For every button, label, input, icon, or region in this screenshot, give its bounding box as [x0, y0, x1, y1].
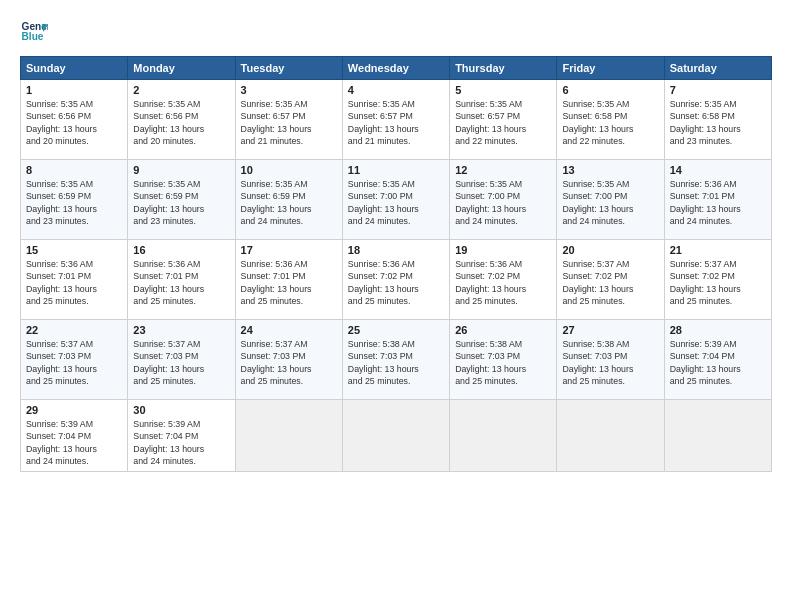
day-info: Sunrise: 5:35 AMSunset: 6:57 PMDaylight:…: [241, 98, 337, 147]
day-number: 26: [455, 324, 551, 336]
day-number: 16: [133, 244, 229, 256]
day-number: 28: [670, 324, 766, 336]
day-number: 13: [562, 164, 658, 176]
calendar-week-1: 1Sunrise: 5:35 AMSunset: 6:56 PMDaylight…: [21, 80, 772, 160]
day-info: Sunrise: 5:36 AMSunset: 7:02 PMDaylight:…: [455, 258, 551, 307]
calendar-cell: 23Sunrise: 5:37 AMSunset: 7:03 PMDayligh…: [128, 320, 235, 400]
day-number: 25: [348, 324, 444, 336]
logo: General Blue: [20, 18, 48, 46]
calendar-cell: 8Sunrise: 5:35 AMSunset: 6:59 PMDaylight…: [21, 160, 128, 240]
day-info: Sunrise: 5:36 AMSunset: 7:01 PMDaylight:…: [26, 258, 122, 307]
day-number: 29: [26, 404, 122, 416]
day-header-saturday: Saturday: [664, 57, 771, 80]
day-number: 21: [670, 244, 766, 256]
day-number: 12: [455, 164, 551, 176]
calendar-week-3: 15Sunrise: 5:36 AMSunset: 7:01 PMDayligh…: [21, 240, 772, 320]
day-info: Sunrise: 5:39 AMSunset: 7:04 PMDaylight:…: [670, 338, 766, 387]
day-info: Sunrise: 5:37 AMSunset: 7:03 PMDaylight:…: [133, 338, 229, 387]
calendar-cell: 22Sunrise: 5:37 AMSunset: 7:03 PMDayligh…: [21, 320, 128, 400]
day-info: Sunrise: 5:35 AMSunset: 6:59 PMDaylight:…: [241, 178, 337, 227]
day-number: 10: [241, 164, 337, 176]
day-number: 17: [241, 244, 337, 256]
day-info: Sunrise: 5:37 AMSunset: 7:03 PMDaylight:…: [26, 338, 122, 387]
day-number: 18: [348, 244, 444, 256]
calendar-cell: [235, 400, 342, 472]
day-number: 22: [26, 324, 122, 336]
calendar-cell: 19Sunrise: 5:36 AMSunset: 7:02 PMDayligh…: [450, 240, 557, 320]
calendar-cell: 27Sunrise: 5:38 AMSunset: 7:03 PMDayligh…: [557, 320, 664, 400]
calendar-cell: 12Sunrise: 5:35 AMSunset: 7:00 PMDayligh…: [450, 160, 557, 240]
calendar-cell: 18Sunrise: 5:36 AMSunset: 7:02 PMDayligh…: [342, 240, 449, 320]
logo-icon: General Blue: [20, 18, 48, 46]
calendar-cell: 16Sunrise: 5:36 AMSunset: 7:01 PMDayligh…: [128, 240, 235, 320]
day-number: 20: [562, 244, 658, 256]
day-info: Sunrise: 5:35 AMSunset: 6:58 PMDaylight:…: [562, 98, 658, 147]
calendar-cell: 24Sunrise: 5:37 AMSunset: 7:03 PMDayligh…: [235, 320, 342, 400]
day-info: Sunrise: 5:38 AMSunset: 7:03 PMDaylight:…: [455, 338, 551, 387]
calendar-cell: 21Sunrise: 5:37 AMSunset: 7:02 PMDayligh…: [664, 240, 771, 320]
day-number: 23: [133, 324, 229, 336]
day-number: 7: [670, 84, 766, 96]
calendar-cell: 14Sunrise: 5:36 AMSunset: 7:01 PMDayligh…: [664, 160, 771, 240]
calendar-cell: 30Sunrise: 5:39 AMSunset: 7:04 PMDayligh…: [128, 400, 235, 472]
day-info: Sunrise: 5:35 AMSunset: 6:56 PMDaylight:…: [133, 98, 229, 147]
calendar-cell: 26Sunrise: 5:38 AMSunset: 7:03 PMDayligh…: [450, 320, 557, 400]
calendar-cell: [450, 400, 557, 472]
calendar-cell: 10Sunrise: 5:35 AMSunset: 6:59 PMDayligh…: [235, 160, 342, 240]
day-header-wednesday: Wednesday: [342, 57, 449, 80]
calendar-cell: 7Sunrise: 5:35 AMSunset: 6:58 PMDaylight…: [664, 80, 771, 160]
calendar-week-5: 29Sunrise: 5:39 AMSunset: 7:04 PMDayligh…: [21, 400, 772, 472]
day-info: Sunrise: 5:39 AMSunset: 7:04 PMDaylight:…: [133, 418, 229, 467]
calendar-cell: 2Sunrise: 5:35 AMSunset: 6:56 PMDaylight…: [128, 80, 235, 160]
calendar-cell: [342, 400, 449, 472]
day-info: Sunrise: 5:36 AMSunset: 7:01 PMDaylight:…: [670, 178, 766, 227]
day-info: Sunrise: 5:38 AMSunset: 7:03 PMDaylight:…: [348, 338, 444, 387]
calendar-cell: 25Sunrise: 5:38 AMSunset: 7:03 PMDayligh…: [342, 320, 449, 400]
day-info: Sunrise: 5:36 AMSunset: 7:01 PMDaylight:…: [241, 258, 337, 307]
calendar-cell: 1Sunrise: 5:35 AMSunset: 6:56 PMDaylight…: [21, 80, 128, 160]
calendar-cell: 20Sunrise: 5:37 AMSunset: 7:02 PMDayligh…: [557, 240, 664, 320]
day-info: Sunrise: 5:35 AMSunset: 6:57 PMDaylight:…: [455, 98, 551, 147]
day-number: 11: [348, 164, 444, 176]
day-number: 15: [26, 244, 122, 256]
calendar-cell: [664, 400, 771, 472]
calendar-cell: 9Sunrise: 5:35 AMSunset: 6:59 PMDaylight…: [128, 160, 235, 240]
day-number: 9: [133, 164, 229, 176]
svg-text:Blue: Blue: [22, 31, 44, 42]
calendar-week-4: 22Sunrise: 5:37 AMSunset: 7:03 PMDayligh…: [21, 320, 772, 400]
day-info: Sunrise: 5:35 AMSunset: 6:58 PMDaylight:…: [670, 98, 766, 147]
day-number: 5: [455, 84, 551, 96]
day-number: 14: [670, 164, 766, 176]
day-info: Sunrise: 5:37 AMSunset: 7:02 PMDaylight:…: [670, 258, 766, 307]
day-info: Sunrise: 5:38 AMSunset: 7:03 PMDaylight:…: [562, 338, 658, 387]
calendar-cell: 4Sunrise: 5:35 AMSunset: 6:57 PMDaylight…: [342, 80, 449, 160]
day-number: 30: [133, 404, 229, 416]
calendar-cell: 11Sunrise: 5:35 AMSunset: 7:00 PMDayligh…: [342, 160, 449, 240]
day-header-sunday: Sunday: [21, 57, 128, 80]
calendar-cell: 28Sunrise: 5:39 AMSunset: 7:04 PMDayligh…: [664, 320, 771, 400]
day-info: Sunrise: 5:35 AMSunset: 6:59 PMDaylight:…: [26, 178, 122, 227]
day-number: 4: [348, 84, 444, 96]
day-number: 8: [26, 164, 122, 176]
day-info: Sunrise: 5:36 AMSunset: 7:02 PMDaylight:…: [348, 258, 444, 307]
day-number: 1: [26, 84, 122, 96]
day-info: Sunrise: 5:35 AMSunset: 6:57 PMDaylight:…: [348, 98, 444, 147]
day-info: Sunrise: 5:35 AMSunset: 6:56 PMDaylight:…: [26, 98, 122, 147]
day-info: Sunrise: 5:39 AMSunset: 7:04 PMDaylight:…: [26, 418, 122, 467]
calendar-cell: 6Sunrise: 5:35 AMSunset: 6:58 PMDaylight…: [557, 80, 664, 160]
day-header-monday: Monday: [128, 57, 235, 80]
day-header-tuesday: Tuesday: [235, 57, 342, 80]
day-info: Sunrise: 5:35 AMSunset: 7:00 PMDaylight:…: [348, 178, 444, 227]
calendar-cell: 15Sunrise: 5:36 AMSunset: 7:01 PMDayligh…: [21, 240, 128, 320]
day-info: Sunrise: 5:35 AMSunset: 7:00 PMDaylight:…: [455, 178, 551, 227]
day-number: 6: [562, 84, 658, 96]
day-info: Sunrise: 5:35 AMSunset: 7:00 PMDaylight:…: [562, 178, 658, 227]
calendar-cell: 29Sunrise: 5:39 AMSunset: 7:04 PMDayligh…: [21, 400, 128, 472]
day-number: 24: [241, 324, 337, 336]
day-info: Sunrise: 5:37 AMSunset: 7:02 PMDaylight:…: [562, 258, 658, 307]
day-header-friday: Friday: [557, 57, 664, 80]
day-headers: SundayMondayTuesdayWednesdayThursdayFrid…: [21, 57, 772, 80]
day-header-thursday: Thursday: [450, 57, 557, 80]
calendar-cell: 5Sunrise: 5:35 AMSunset: 6:57 PMDaylight…: [450, 80, 557, 160]
calendar-cell: 3Sunrise: 5:35 AMSunset: 6:57 PMDaylight…: [235, 80, 342, 160]
